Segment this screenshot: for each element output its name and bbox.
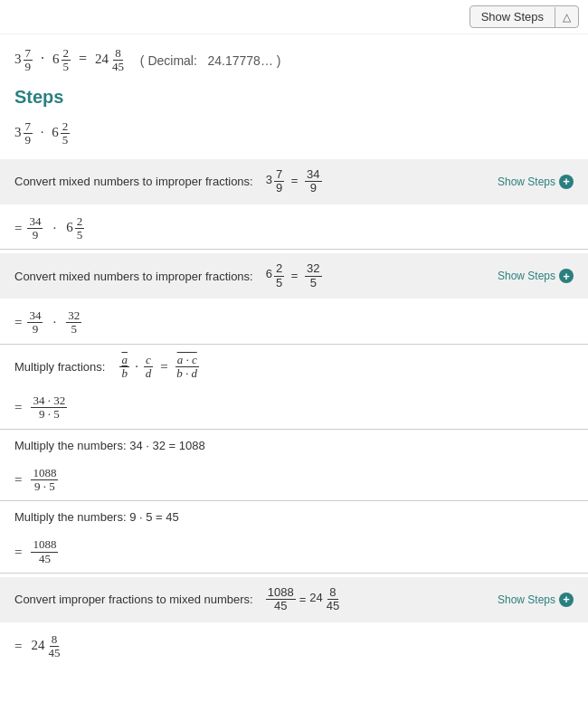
step-4-result: = 1088 9 · 5 — [0, 460, 588, 501]
step-1-text: Convert mixed numbers to improper fracti… — [14, 175, 253, 188]
step-1-show-steps-label: Show Steps — [498, 176, 555, 188]
divider-5 — [0, 573, 588, 574]
step-2-card: Convert mixed numbers to improper fracti… — [0, 253, 588, 299]
show-steps-button[interactable]: Show Steps △ — [469, 5, 579, 28]
step-2-show-steps[interactable]: Show Steps + — [498, 269, 574, 283]
step-6-plus-icon: + — [559, 593, 574, 607]
step-6-content: Convert improper fractions to mixed numb… — [14, 586, 341, 613]
initial-expression: 3 79 · 6 25 — [0, 115, 588, 157]
step-6-text: Convert improper fractions to mixed numb… — [14, 593, 253, 606]
step-6-show-steps[interactable]: Show Steps + — [498, 593, 574, 607]
step-1-card: Convert mixed numbers to improper fracti… — [0, 159, 588, 204]
step-2-show-steps-label: Show Steps — [498, 270, 555, 282]
divider-1 — [0, 249, 588, 250]
step-6-show-steps-label: Show Steps — [498, 593, 555, 606]
step-2-result: = 349 · 325 — [0, 302, 588, 344]
decimal-note: ( Decimal: 24.17778… ) — [133, 53, 280, 68]
step-4-text: Multiply the numbers: 34 · 32 = 1088 — [0, 430, 588, 460]
step-1-content: Convert mixed numbers to improper fracti… — [14, 168, 322, 195]
main-result: 3 79 · 6 25 = 24 845 ( Decimal: 24.17778… — [0, 34, 588, 83]
step-5-text: Multiply the numbers: 9 · 5 = 45 — [0, 501, 588, 531]
step-2-content: Convert mixed numbers to improper fracti… — [14, 262, 322, 289]
decimal-label: Decimal: — [147, 53, 196, 68]
top-bar: Show Steps △ — [0, 0, 588, 34]
step-6-card: Convert improper fractions to mixed numb… — [0, 577, 588, 622]
step-2-plus-icon: + — [559, 269, 574, 283]
result-expression: 3 79 · 6 25 = 24 845 — [14, 47, 126, 74]
step-1-plus-icon: + — [559, 175, 574, 189]
show-steps-label: Show Steps — [470, 6, 555, 27]
step-3-rule: Multiply fractions: a b · c d = a · c b … — [0, 345, 588, 388]
step-1-result: = 349 · 6 25 — [0, 208, 588, 250]
decimal-value: 24.17778… — [208, 53, 273, 68]
step-3-result: = 34 · 32 9 · 5 — [0, 387, 588, 429]
step-1-show-steps[interactable]: Show Steps + — [498, 175, 574, 189]
dropdown-arrow-icon: △ — [555, 7, 578, 27]
step-6-result: = 24 845 — [0, 626, 588, 668]
step-5-result: = 1088 45 — [0, 531, 588, 573]
step-2-text: Convert mixed numbers to improper fracti… — [14, 270, 253, 283]
step-3-text: Multiply fractions: — [14, 360, 105, 374]
steps-heading: Steps — [0, 83, 588, 115]
